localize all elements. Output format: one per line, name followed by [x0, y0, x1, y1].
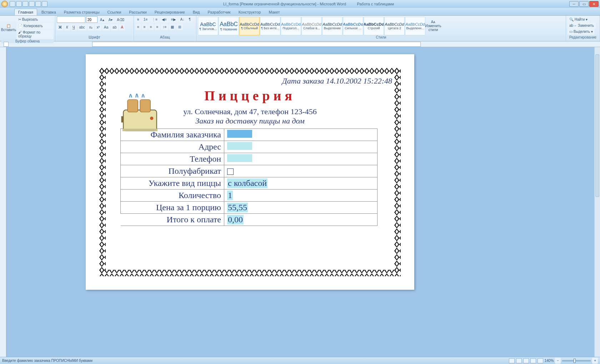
- style-subtle-em[interactable]: AaBbCcDdСлабое в...: [301, 17, 322, 35]
- align-center-button[interactable]: ≡: [142, 24, 148, 30]
- zoom-level[interactable]: 140%: [545, 359, 554, 363]
- align-left-button[interactable]: ≡: [135, 24, 141, 30]
- style-title[interactable]: AaBbC¶ Название: [219, 17, 239, 35]
- zoom-out-button[interactable]: −: [555, 358, 561, 364]
- qat-btn-3[interactable]: [22, 1, 28, 7]
- zoom-slider[interactable]: [562, 360, 591, 362]
- table-row: Укажите вид пиццыс колбасой: [121, 177, 378, 189]
- minimize-button[interactable]: ─: [569, 1, 579, 7]
- field-pizza-type[interactable]: с колбасой: [224, 177, 378, 189]
- select-button[interactable]: ▭ Выделить ▾: [568, 29, 595, 35]
- maximize-button[interactable]: ▭: [579, 1, 589, 7]
- field-price[interactable]: 55,55: [224, 202, 378, 214]
- multilevel-button[interactable]: ⋮≡: [150, 16, 159, 22]
- strike-button[interactable]: abc: [78, 24, 87, 30]
- qat-btn-4[interactable]: [29, 1, 35, 7]
- label-address: Адрес: [121, 141, 224, 153]
- indent-button[interactable]: ≡▶: [169, 16, 178, 22]
- style-intense-quote[interactable]: AaBbCcDdВыделенн...: [405, 17, 425, 35]
- align-right-button[interactable]: ≡: [148, 24, 154, 30]
- qat-btn-6[interactable]: [42, 1, 48, 7]
- underline-button[interactable]: Ч: [71, 24, 77, 30]
- tab-home[interactable]: Главная: [14, 9, 37, 15]
- qat-btn-2[interactable]: [16, 1, 22, 7]
- paste-button[interactable]: 📋 Вставить: [1, 19, 16, 37]
- tab-developer[interactable]: Разработчик: [204, 9, 234, 15]
- view-outline-button[interactable]: [530, 358, 536, 363]
- tab-insert[interactable]: Вставка: [38, 9, 60, 15]
- font-name-combo[interactable]: [57, 16, 85, 23]
- format-painter-button[interactable]: 🖌 Формат по образцу: [16, 29, 54, 39]
- checkbox-icon[interactable]: [227, 168, 234, 175]
- vertical-scrollbar[interactable]: [594, 47, 600, 357]
- zoom-controls: 140% − +: [509, 358, 598, 364]
- close-button[interactable]: ✕: [589, 1, 599, 7]
- numbering-button[interactable]: 1≡: [142, 16, 149, 22]
- style-intense-em[interactable]: AaBbCcDdСильное ...: [343, 17, 363, 35]
- view-web-button[interactable]: [523, 358, 529, 363]
- style-subtitle[interactable]: AaBbCcDdПодзагол...: [281, 17, 301, 35]
- borders-button[interactable]: ⊞: [176, 24, 183, 30]
- cut-button[interactable]: ✂ Вырезать: [16, 16, 54, 22]
- view-fullscreen-button[interactable]: [516, 358, 522, 363]
- sort-button[interactable]: A↓: [179, 16, 186, 22]
- show-marks-button[interactable]: ¶: [187, 16, 192, 22]
- field-quantity[interactable]: 1: [224, 189, 378, 202]
- tab-design[interactable]: Конструктор: [235, 9, 265, 15]
- tab-selector[interactable]: [4, 42, 9, 47]
- line-spacing-button[interactable]: ↕≡: [161, 24, 168, 30]
- font-size-combo[interactable]: [86, 16, 98, 23]
- order-form-table[interactable]: Фамилия заказчика Адрес Телефон Полуфабр…: [120, 128, 378, 226]
- case-button[interactable]: Aa: [102, 24, 110, 30]
- tab-mailings[interactable]: Рассылки: [125, 9, 150, 15]
- tab-references[interactable]: Ссылки: [104, 9, 125, 15]
- highlight-button[interactable]: ab: [111, 24, 118, 30]
- horizontal-ruler[interactable]: [92, 42, 421, 47]
- style-normal[interactable]: AaBbCcDd¶ Обычный: [239, 17, 260, 35]
- subscript-button[interactable]: x₂: [88, 24, 94, 30]
- status-message: Введите фамилию заказчика ПРОПИСНЫМИ бук…: [2, 359, 92, 363]
- tab-tablelayout[interactable]: Макет: [265, 9, 283, 15]
- change-styles-button[interactable]: Aᴀ Изменить стили: [426, 17, 440, 35]
- view-print-button[interactable]: [509, 358, 515, 363]
- qat-btn-1[interactable]: [10, 1, 15, 7]
- style-gallery[interactable]: AaBbC¶ Заголов... AaBbC¶ Название AaBbCc…: [198, 17, 425, 35]
- field-lastname[interactable]: [224, 129, 378, 141]
- bullets-button[interactable]: ≡: [135, 16, 141, 22]
- tab-layout[interactable]: Разметка страницы: [60, 9, 103, 15]
- replace-button[interactable]: ab→ Заменить: [568, 22, 596, 29]
- justify-button[interactable]: ≡: [155, 24, 160, 30]
- zoom-slider-thumb[interactable]: [574, 359, 576, 363]
- field-semifinished[interactable]: [224, 165, 378, 177]
- svg-rect-2: [99, 68, 401, 74]
- style-heading[interactable]: AaBbC¶ Заголов...: [198, 17, 218, 35]
- bold-button[interactable]: Ж: [57, 24, 64, 30]
- qat-btn-5[interactable]: [35, 1, 41, 7]
- outdent-button[interactable]: ◀≡: [160, 16, 169, 22]
- italic-button[interactable]: К: [64, 24, 70, 30]
- tab-review[interactable]: Рецензирование: [151, 9, 189, 15]
- tab-view[interactable]: Вид: [189, 9, 204, 15]
- style-quote[interactable]: AaBbCcDdЦитата 2: [384, 17, 405, 35]
- scroll-thumb[interactable]: [595, 54, 599, 197]
- style-nospacing[interactable]: AaBbCcDd¶ Без инте...: [260, 17, 280, 35]
- style-strong[interactable]: AaBbCcDdСтрогий: [364, 17, 384, 35]
- group-clipboard-label: Буфер обмена: [1, 39, 54, 43]
- field-address[interactable]: [224, 141, 378, 153]
- view-draft-button[interactable]: [538, 358, 543, 363]
- paste-label: Вставить: [1, 28, 16, 32]
- shrink-font-button[interactable]: A▾: [107, 17, 115, 23]
- office-button[interactable]: [1, 1, 8, 7]
- field-phone[interactable]: [224, 153, 378, 165]
- shading-button[interactable]: ▦: [169, 24, 176, 30]
- find-button[interactable]: 🔍 Найти ▾: [568, 16, 589, 22]
- font-color-button[interactable]: A: [119, 24, 125, 30]
- grow-font-button[interactable]: A▴: [98, 17, 106, 23]
- copy-button[interactable]: 📄 Копировать: [16, 23, 54, 29]
- clear-format-button[interactable]: A⌫: [115, 17, 126, 23]
- vertical-ruler[interactable]: [0, 47, 6, 357]
- style-emphasis[interactable]: AaBbCcDdВыделение: [322, 17, 342, 35]
- superscript-button[interactable]: x²: [95, 24, 101, 30]
- zoom-in-button[interactable]: +: [592, 358, 598, 364]
- field-total[interactable]: 0,00: [224, 214, 378, 226]
